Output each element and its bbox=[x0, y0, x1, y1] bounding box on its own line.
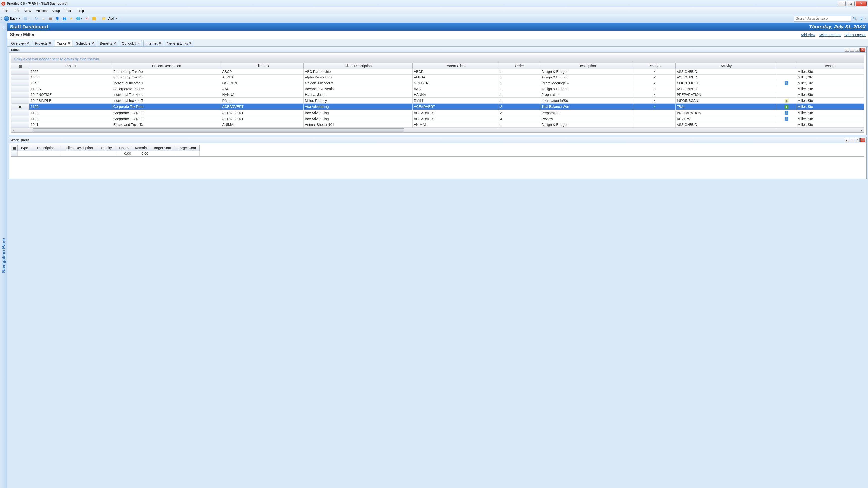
menu-actions[interactable]: Actions bbox=[33, 8, 49, 13]
search-input[interactable] bbox=[794, 15, 851, 22]
refresh-icon: ↻ bbox=[35, 17, 39, 21]
menu-file[interactable]: File bbox=[1, 8, 11, 13]
chevron-down-icon: ▼ bbox=[19, 17, 21, 20]
add-button[interactable]: Add ▼ bbox=[107, 15, 119, 22]
building-icon: ▤ bbox=[49, 17, 53, 21]
staff-button[interactable]: 👤 bbox=[54, 15, 61, 22]
chevron-down-icon: ▼ bbox=[81, 17, 83, 20]
search-button[interactable]: 🔍 bbox=[851, 15, 858, 22]
help-icon: ? bbox=[860, 17, 864, 21]
home-button[interactable]: ⌂ bbox=[40, 15, 47, 22]
chevron-down-icon: ▼ bbox=[864, 17, 866, 20]
chevron-down-icon: ▼ bbox=[27, 17, 29, 20]
menu-setup[interactable]: Setup bbox=[49, 8, 62, 13]
folder-button[interactable]: 📁 bbox=[100, 15, 107, 22]
note-button[interactable] bbox=[91, 15, 97, 22]
tag-icon: 🏷 bbox=[85, 17, 89, 21]
menu-tools[interactable]: Tools bbox=[62, 8, 75, 13]
menu-edit[interactable]: Edit bbox=[11, 8, 22, 13]
maximize-button[interactable]: □ bbox=[847, 1, 855, 6]
menu-view[interactable]: View bbox=[22, 8, 33, 13]
toolbar: ⁞ ← Back ▼ → ▼ ↻ ⌂ ▤ 👤 👥 ★ 🌐 ▼ 🏷 📁 Add ▼… bbox=[0, 14, 868, 23]
titlebar: ◎ Practice CS - [FIRM] - [Staff Dashboar… bbox=[0, 0, 868, 7]
refresh-button[interactable]: ↻ bbox=[33, 15, 40, 22]
home-icon: ⌂ bbox=[42, 17, 45, 21]
people-icon: 👥 bbox=[62, 17, 66, 21]
firm-button[interactable]: ▤ bbox=[47, 15, 54, 22]
back-button[interactable]: ← Back ▼ bbox=[2, 15, 22, 22]
help-button[interactable]: ? ▼ bbox=[859, 15, 867, 22]
arrow-right-icon: → bbox=[24, 17, 27, 20]
close-button[interactable]: ✕ bbox=[856, 1, 867, 6]
arrow-left-icon: ← bbox=[4, 16, 9, 21]
forward-button[interactable]: → ▼ bbox=[23, 15, 30, 22]
new-button[interactable]: 🌐 ▼ bbox=[75, 15, 84, 22]
clients-button[interactable]: 👥 bbox=[61, 15, 68, 22]
favorites-button[interactable]: ★ bbox=[68, 15, 74, 22]
tag-button[interactable]: 🏷 bbox=[84, 15, 90, 22]
person-icon: 👤 bbox=[56, 17, 59, 21]
note-icon bbox=[92, 17, 96, 20]
chevron-down-icon: ▼ bbox=[116, 17, 118, 20]
search-icon: 🔍 bbox=[853, 17, 857, 21]
menubar: File Edit View Actions Setup Tools Help bbox=[0, 7, 868, 14]
minimize-button[interactable]: — bbox=[838, 1, 846, 6]
window-title: Practice CS - [FIRM] - [Staff Dashboard] bbox=[7, 2, 68, 5]
app-icon: ◎ bbox=[1, 2, 5, 6]
folder-icon: 📁 bbox=[102, 17, 106, 21]
globe-icon: 🌐 bbox=[76, 17, 80, 21]
star-icon: ★ bbox=[69, 17, 73, 21]
menu-help[interactable]: Help bbox=[75, 8, 87, 13]
